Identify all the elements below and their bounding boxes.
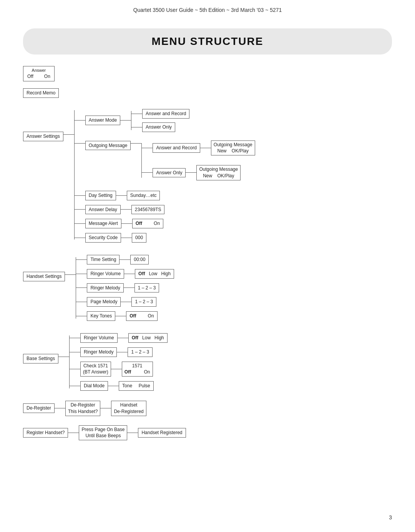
hs-ringer-volume-box: Ringer Volume (87, 269, 124, 279)
answer-only-1: Answer Only (142, 122, 175, 132)
key-tones-box: Key Tones (87, 311, 115, 321)
dial-mode-value: Tone Pulse (119, 381, 154, 391)
bs-ringer-volume-value: Off Low High (128, 333, 168, 343)
bs-ringer-melody-value: 1 – 2 – 3 (128, 347, 153, 357)
answer-delay-value: 23456789TS (131, 205, 165, 215)
answer-delay-box: Answer Delay (85, 205, 121, 215)
handset-de-registered: HandsetDe-Registered (111, 401, 146, 416)
security-code-box: Security Code (85, 233, 121, 243)
base-settings-box: Base Settings (23, 354, 58, 363)
answer-toggle-top: Answer (27, 68, 50, 73)
page-melody-box: Page Melody (87, 297, 121, 307)
handset-settings-section: Handset Settings Time Setting 00:00 (23, 253, 392, 323)
de-register-section: De-Register De-RegisterThis Handset? Han… (23, 401, 392, 416)
answer-toggle: Answer Off On (23, 66, 392, 81)
answer-settings-section: Answer Settings Answer Mode (23, 105, 392, 245)
outgoing-answer-record: Answer and Record (153, 143, 200, 153)
banner-title: MENU STRUCTURE (23, 35, 392, 48)
bs-ringer-volume-box: Ringer Volume (80, 333, 118, 343)
time-setting-box: Time Setting (87, 255, 120, 264)
check-1571-value: 1571Off On (122, 362, 153, 377)
answer-off: Off (27, 73, 33, 80)
register-handset-box: Register Handset? (23, 428, 68, 438)
answer-mode-box: Answer Mode (85, 116, 120, 125)
outgoing-msg-new-play-2: Outgoing MessageNew OK/Play (196, 165, 241, 180)
outgoing-message-box: Outgoing Message (85, 141, 131, 150)
answer-settings-box: Answer Settings (23, 132, 63, 141)
check-1571-box: Check 1571(BT Answer) (80, 362, 111, 377)
de-register-this-handset: De-RegisterThis Handset? (65, 401, 100, 416)
page-number: 3 (389, 514, 392, 520)
hs-ringer-volume-value: Off Low High (135, 269, 174, 279)
record-memo: Record Memo (23, 88, 392, 98)
outgoing-msg-new-play-1: Outgoing MessageNew OK/Play (211, 140, 255, 156)
page-header: Quartet 3500 User Guide ~ 5th Edition ~ … (0, 0, 415, 17)
key-tones-value: Off On (126, 311, 157, 321)
press-page-on-base: Press Page On BaseUntil Base Beeps (79, 425, 127, 441)
day-setting-value: Sunday…etc (127, 191, 160, 200)
time-setting-value: 00:00 (130, 255, 149, 264)
hs-ringer-melody-box: Ringer Melody (87, 283, 123, 293)
outgoing-answer-only: Answer Only (153, 168, 186, 178)
page-melody-value: 1 – 2 – 3 (131, 297, 156, 307)
hs-ringer-melody-value: 1 – 2 – 3 (134, 283, 159, 293)
security-code-value: 000 (132, 233, 146, 243)
answer-on: On (44, 73, 50, 80)
handset-settings-box: Handset Settings (23, 272, 65, 281)
answer-and-record-1: Answer and Record (142, 109, 189, 119)
register-handset-section: Register Handset? Press Page On BaseUnti… (23, 425, 392, 441)
handset-registered: Handset Registered (138, 428, 186, 438)
de-register-box: De-Register (23, 403, 55, 413)
message-alert-value: Off On (132, 219, 163, 228)
bs-ringer-melody-box: Ringer Melody (80, 347, 117, 357)
menu-structure-banner: MENU STRUCTURE (23, 28, 392, 55)
dial-mode-box: Dial Mode (80, 381, 108, 391)
base-settings-section: Base Settings Ringer Volume Off Low High (23, 331, 392, 393)
day-setting-box: Day Setting (85, 191, 116, 200)
message-alert-box: Message Alert (85, 219, 121, 228)
